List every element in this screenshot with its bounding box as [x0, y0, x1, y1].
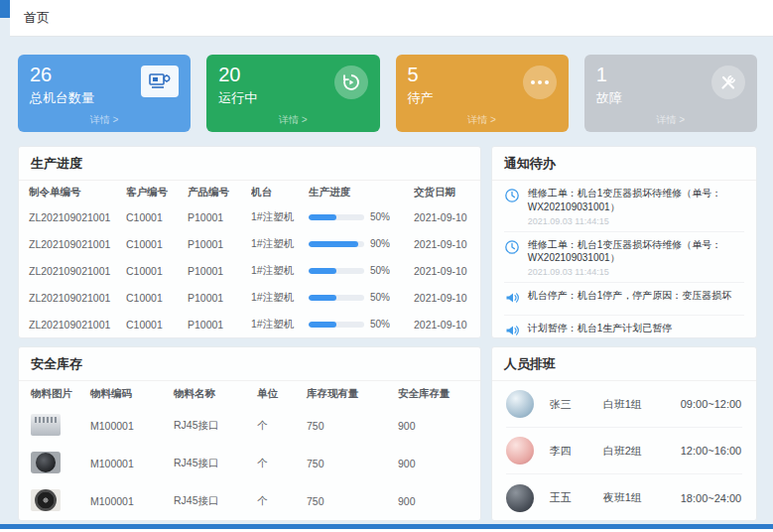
notification-text: 计划暂停：机台1生产计划已暂停 — [528, 322, 673, 335]
column-header: 生产进度 — [309, 186, 414, 200]
dashboard-page: 首页 26 总机台数量 — [0, 0, 773, 532]
table-row[interactable]: ZL202109021001 C10001 P10001 1#注塑机 50% 2… — [19, 257, 480, 284]
staff-name: 张三 — [550, 397, 603, 412]
speaker-icon — [504, 322, 520, 337]
notification-item[interactable]: 机台停产：机台1停产，停产原因：变压器损坏 — [504, 283, 744, 316]
progress-fill — [309, 268, 336, 274]
order-no-cell: ZL202109021001 — [29, 265, 126, 277]
table-row[interactable]: M100001 RJ45接口 个 750 900 — [19, 445, 480, 482]
main-content: 26 总机台数量 详情 > — [10, 37, 763, 522]
stat-value: 20 — [218, 64, 257, 86]
safety-stock-panel: 安全库存 物料图片 物料编码 物料名称 单位 库存现有量 安全库存量 M1000… — [18, 346, 481, 521]
stat-card-top: 5 待产 — [408, 64, 557, 107]
tab-home[interactable]: 首页 — [10, 9, 64, 27]
delivery-date-cell: 2021-09-10 — [414, 319, 470, 331]
material-name-cell: RJ45接口 — [174, 419, 257, 433]
progress-bar — [309, 322, 364, 328]
table-header: 制令单编号 客户编号 产品编号 机台 生产进度 交货日期 — [19, 181, 480, 203]
progress-label: 50% — [370, 265, 390, 276]
material-image — [31, 414, 61, 436]
stat-card-main: 1 故障 — [596, 64, 622, 107]
customer-no-cell: C10001 — [126, 292, 188, 304]
column-header: 制令单编号 — [29, 186, 126, 200]
stat-card-running[interactable]: 20 运行中 详情 > — [206, 55, 379, 132]
stat-card-top: 20 运行中 — [218, 64, 367, 107]
safety-stock-cell: 900 — [398, 458, 468, 469]
schedule-list: 张三 白班1组 09:00~12:00 李四 白班2组 12:00~16:00 — [492, 381, 756, 521]
panel-title: 人员排班 — [492, 347, 756, 381]
panels-grid: 生产进度 制令单编号 客户编号 产品编号 机台 生产进度 交货日期 ZL2021… — [18, 146, 757, 521]
unit-cell: 个 — [257, 457, 307, 470]
progress-cell: 50% — [309, 319, 414, 330]
production-progress-panel: 生产进度 制令单编号 客户编号 产品编号 机台 生产进度 交货日期 ZL2021… — [18, 146, 481, 338]
table-row[interactable]: ZL202109021001 C10001 P10001 1#注塑机 50% 2… — [19, 284, 480, 311]
progress-fill — [309, 214, 336, 220]
column-header: 安全库存量 — [398, 387, 468, 401]
notification-text: 机台停产：机台1停产，停产原因：变压器损坏 — [528, 289, 732, 303]
column-header: 客户编号 — [126, 186, 188, 200]
panel-title: 通知待办 — [492, 147, 756, 181]
material-code-cell: M100001 — [90, 420, 174, 432]
notification-body: 维修工单：机台1变压器损坏待维修（单号：WX202109031001） 2021… — [528, 187, 744, 226]
progress-fill — [309, 295, 336, 301]
notification-text: 维修工单：机台1变压器损坏待维修（单号：WX202109031001） — [528, 238, 744, 266]
table-row[interactable]: ZL202109021001 C10001 P10001 1#注塑机 50% 2… — [19, 203, 480, 230]
stat-label: 总机台数量 — [30, 89, 94, 107]
product-no-cell: P10001 — [188, 211, 251, 223]
table-row[interactable]: M100001 RJ45接口 个 750 900 — [19, 482, 480, 520]
delivery-date-cell: 2021-09-10 — [414, 211, 470, 223]
notification-text: 维修工单：机台1变压器损坏待维修（单号：WX202109031001） — [528, 187, 744, 214]
progress-bar — [309, 295, 364, 301]
column-header: 库存现有量 — [307, 387, 398, 401]
customer-no-cell: C10001 — [126, 238, 188, 250]
frame-corner — [0, 0, 10, 18]
machine-cell: 1#注塑机 — [251, 237, 309, 251]
table-row[interactable]: M100001 RJ45接口 个 750 900 — [19, 407, 480, 445]
schedule-row[interactable]: 王五 夜班1组 18:00~24:00 — [506, 474, 742, 521]
stat-card-total-machines[interactable]: 26 总机台数量 详情 > — [18, 55, 191, 132]
stat-card-waiting[interactable]: 5 待产 详情 > — [396, 55, 569, 132]
material-image — [31, 452, 61, 473]
machine-cell: 1#注塑机 — [251, 318, 309, 332]
notification-item[interactable]: 计划暂停：机台1生产计划已暂停 2021.09.03 11:44:15 — [504, 316, 744, 337]
shift-time: 09:00~12:00 — [681, 398, 741, 410]
machine-icon — [141, 66, 179, 97]
schedule-row[interactable]: 张三 白班1组 09:00~12:00 — [506, 381, 742, 428]
schedule-row[interactable]: 李四 白班2组 12:00~16:00 — [506, 428, 742, 474]
clock-icon — [504, 187, 520, 226]
order-no-cell: ZL202109021001 — [29, 211, 126, 223]
progress-cell: 90% — [309, 238, 414, 249]
detail-link[interactable]: 详情 > — [408, 113, 557, 127]
table-row[interactable]: ZL202109021001 C10001 P10001 1#注塑机 90% 2… — [19, 230, 480, 257]
notification-item[interactable]: 维修工单：机台1变压器损坏待维修（单号：WX202109031001） 2021… — [504, 232, 744, 284]
staff-name: 李四 — [550, 444, 603, 459]
detail-link[interactable]: 详情 > — [218, 113, 367, 127]
material-image-cell — [31, 414, 90, 438]
detail-link[interactable]: 详情 > — [30, 113, 179, 127]
table-row[interactable]: ZL202109021001 C10001 P10001 1#注塑机 50% 2… — [19, 311, 480, 337]
notification-list: 维修工单：机台1变压器损坏待维修（单号：WX202109031001） 2021… — [492, 181, 756, 337]
stat-card-main: 20 运行中 — [218, 64, 257, 107]
column-header: 物料图片 — [31, 387, 90, 401]
stat-card-fault[interactable]: 1 故障 详情 > — [584, 55, 757, 132]
stat-cards: 26 总机台数量 详情 > — [18, 55, 757, 132]
stat-value: 5 — [408, 64, 434, 86]
material-name-cell: RJ45接口 — [174, 494, 257, 508]
stock-on-hand-cell: 750 — [307, 495, 398, 507]
speaker-icon — [504, 289, 520, 310]
delivery-date-cell: 2021-09-10 — [414, 238, 470, 250]
stat-label: 故障 — [596, 89, 622, 107]
detail-link[interactable]: 详情 > — [596, 113, 745, 127]
order-no-cell: ZL202109021001 — [29, 292, 126, 304]
delivery-date-cell: 2021-09-10 — [414, 265, 470, 277]
panel-title: 生产进度 — [19, 147, 480, 181]
notification-item[interactable]: 维修工单：机台1变压器损坏待维修（单号：WX202109031001） 2021… — [504, 181, 744, 232]
unit-cell: 个 — [257, 419, 307, 433]
column-header: 物料名称 — [174, 387, 257, 401]
product-no-cell: P10001 — [188, 292, 251, 304]
shift-time: 18:00~24:00 — [681, 492, 741, 504]
notification-time: 2021.09.03 11:44:15 — [528, 216, 744, 226]
stat-card-top: 26 总机台数量 — [30, 64, 179, 107]
safety-stock-cell: 900 — [398, 495, 468, 507]
progress-bar — [309, 214, 364, 220]
